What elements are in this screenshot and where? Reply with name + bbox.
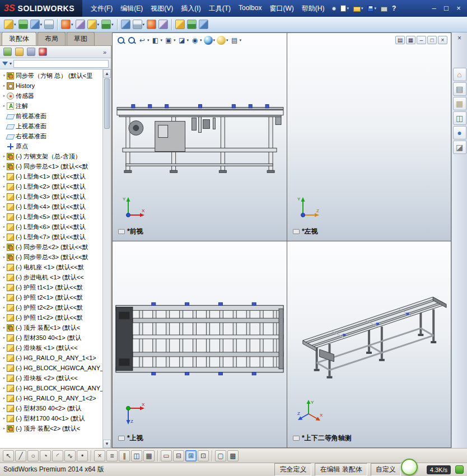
linear-sketch-pattern-button[interactable]: ▦ [143,450,155,461]
expand-icon[interactable]: ▸ [2,235,7,239]
expand-icon[interactable]: ▸ [2,184,7,189]
menu-窗口W[interactable]: 窗口(W) [265,1,297,16]
expand-icon[interactable]: ▸ [2,376,7,380]
tree-item[interactable]: ▸(-) HG_BLOCK_HGWCA_ANY_ [0,363,102,373]
tree-item[interactable]: 原点 [0,141,102,151]
filter-field[interactable] [13,60,109,68]
two-view-vertical-button[interactable]: ⊡ [198,450,209,461]
document-tile-top-button[interactable]: ▤ [395,36,405,44]
view-orientation-button[interactable]: ▣▾ [164,35,176,45]
expand-icon[interactable]: ▸ [2,255,7,259]
tree-item[interactable]: ▸(-) 步进电机 <1> (默认<< [0,272,102,282]
select-button[interactable]: ↖ [3,450,14,461]
expand-icon[interactable]: ▸ [2,305,7,310]
manager-tab-dimxpert-manager[interactable] [37,46,49,57]
assembly-features-button[interactable]: ▾ [87,18,100,30]
expand-icon[interactable]: ▸ [2,335,7,340]
two-view-horizontal-button[interactable]: ⊟ [173,450,184,461]
filter-dropdown-icon[interactable]: ▾ [10,61,12,66]
tree-item[interactable]: ▸(-) 滑块板 <2> (默认<< [0,373,102,383]
menu-帮助H[interactable]: 帮助(H) [298,1,329,16]
full-screen-button[interactable]: ▢ [215,450,226,461]
tab-草图[interactable]: 草图 [67,32,95,45]
offset-entities-button[interactable]: ∥ [119,450,130,461]
centerpoint-arc-button[interactable]: ◔ [40,450,51,461]
document-minimize-button[interactable]: – [417,36,426,44]
expand-icon[interactable]: ▸ [2,194,7,199]
document-close-button[interactable]: × [438,36,447,44]
viewport-front[interactable]: Y X *前视 [113,33,287,241]
manager-tab-feature-manager[interactable] [2,46,13,57]
zoom-to-fit-button[interactable] [116,35,126,45]
explode-line-sketch-button[interactable] [158,18,169,30]
interference-detection-button[interactable] [175,18,185,30]
tree-item[interactable]: ▸(-) 电机座 <1> (默认<<默 [0,262,102,272]
tree-item[interactable]: ▸(-) L型角<5> (默认<<默认 [0,212,102,222]
tray-icon[interactable] [455,465,464,474]
menu-工具T[interactable]: 工具(T) [205,1,235,16]
linear-component-pattern-button[interactable]: ▾ [30,18,43,30]
tree-root-item[interactable]: ▾ 同步带（方钢 总） (默认<里 [0,71,102,81]
menu-文件F[interactable]: 文件(F) [87,1,116,16]
expand-icon[interactable]: ▾ [2,73,7,78]
tree-item[interactable]: ▸(-) HG_RAILO_R_ANY_1<1> [0,353,102,363]
expand-icon[interactable]: ▸ [2,154,7,158]
show-hidden-components-button[interactable] [75,18,86,30]
filter-icon[interactable] [2,62,8,66]
new-document-button[interactable]: ▾ [339,4,351,13]
file-explorer-button[interactable]: ▦ [453,97,466,110]
scroll-up-button[interactable]: ▲ [103,69,111,78]
design-library-button[interactable]: ▤ [453,82,466,96]
restore-button[interactable]: □ [440,1,452,16]
new-motion-study-button[interactable] [120,18,131,30]
document-restore-button[interactable]: □ [427,36,437,44]
expand-icon[interactable]: ▸ [2,426,7,431]
solidworks-resources-button[interactable]: ⌂ [453,68,466,81]
custom-status[interactable]: 自定义 [371,463,401,476]
tree-item[interactable]: ▸(-) 护照 t2<2> (默认<<默 [0,302,102,312]
expand-icon[interactable]: ▸ [2,225,7,229]
bill-of-materials-button[interactable]: ▾ [132,18,146,30]
expand-icon[interactable]: ▸ [2,83,7,88]
close-button[interactable]: × [452,1,465,16]
tree-item[interactable]: ▸(-) 顶升 装配<2> (默认< [0,423,102,433]
expand-icon[interactable]: ▸ [2,406,7,410]
viewport-top[interactable]: X Z *上视 [113,241,287,447]
display-style-button[interactable]: ◪▾ [177,35,190,45]
spline-button[interactable]: ∿ [64,450,76,461]
expand-icon[interactable]: ▸ [2,104,7,108]
menu-Toolbox[interactable]: Toolbox [235,1,265,16]
scroll-thumb[interactable] [104,78,110,129]
tree-item[interactable]: ▸(-) L型角<7> (默认<<默认 [0,232,102,242]
print-button[interactable] [379,4,389,13]
circle-button[interactable]: ○ [27,450,39,461]
save-document-button[interactable]: ▾ [366,4,378,13]
tree-item[interactable]: ▸(-) 同步带总<2> (默认<<默 [0,242,102,252]
insert-components-button[interactable]: ▾ [3,18,17,30]
speed-ball-overlay[interactable] [401,459,418,475]
menu-插入I[interactable]: 插入(I) [177,1,204,16]
tree-item[interactable]: 前视基准面 [0,111,102,121]
manager-tabs-overflow[interactable]: » [100,49,109,55]
measure-button[interactable] [186,18,197,30]
apply-scene-button[interactable]: ▾ [216,35,229,45]
expand-icon[interactable]: ▸ [2,174,7,179]
tree-item[interactable]: ▸(-) 滑块板 <1> (默认<< [0,343,102,353]
menu-视图V[interactable]: 视图(V) [147,1,177,16]
tree-item[interactable]: ▸(-) 型材1700 40<1> (默认 [0,413,102,423]
exploded-view-button[interactable] [146,18,157,30]
trim-entities-button[interactable]: × [94,450,105,461]
tangent-arc-button[interactable]: ◜ [52,450,63,461]
pin-button[interactable] [330,6,338,12]
tree-item[interactable]: ▸(-) L型角<4> (默认<<默认 [0,202,102,212]
zoom-to-area-button[interactable] [127,35,137,45]
reference-geometry-button[interactable]: ▾ [101,18,114,30]
custom-properties-button[interactable]: ◪ [453,141,466,154]
tree-item[interactable]: ▸(-) 护照 t1<2> (默认<<默 [0,312,102,323]
tree-item[interactable]: ▸(-) 顶升 装配<1> (默认< [0,323,102,333]
tree-item[interactable]: ▸(-) L型角<3> (默认<<默认 [0,192,102,202]
expand-icon[interactable]: ▸ [2,315,7,320]
tree-item[interactable]: ▸(-) 护照 t1<1> (默认<<默 [0,282,102,292]
single-view-button[interactable]: ▭ [161,450,172,461]
expand-icon[interactable]: ▸ [2,325,7,330]
